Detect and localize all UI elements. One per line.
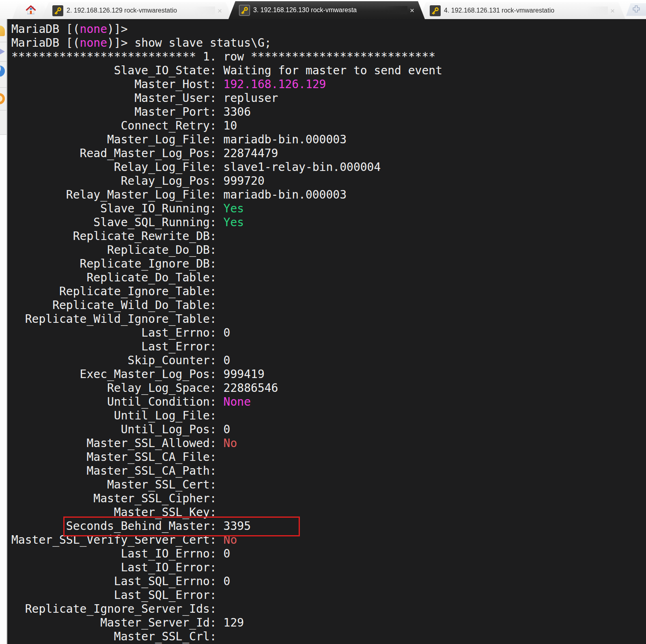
terminal-line: Master_SSL_Crl:	[11, 630, 646, 644]
tab-close-icon[interactable]: ×	[610, 7, 615, 15]
sidebar-icon-fragment-3[interactable]	[0, 65, 5, 77]
terminal-line: Read_Master_Log_Pos: 22874479	[11, 147, 646, 160]
plus-icon	[632, 4, 641, 15]
terminal-line: Master_SSL_Verify_Server_Cert: No	[11, 533, 646, 547]
terminal-line: Replicate_Do_Table:	[11, 271, 646, 285]
terminal-line: Relay_Master_Log_File: mariadb-bin.00000…	[11, 188, 646, 202]
sidebar-separator	[0, 134, 6, 135]
field-label: Exec_Master_Log_Pos:	[11, 367, 224, 381]
key-icon	[52, 5, 63, 16]
field-label: Master_Server_Id:	[11, 616, 224, 629]
tab-session-3[interactable]: 3. 192.168.126.130 rock-vmwaresta ×	[228, 1, 425, 19]
tab-title: 4. 192.168.126.131 rock-vmwarestatio	[444, 6, 608, 15]
field-label: Read_Master_Log_Pos:	[11, 147, 224, 160]
field-label: Replicate_Wild_Ignore_Table:	[11, 312, 224, 326]
field-label: Skip_Counter:	[11, 354, 224, 367]
terminal-line: Master_SSL_CA_File:	[11, 450, 646, 464]
field-value: 3306	[224, 105, 251, 119]
sidebar-separator	[0, 42, 6, 42]
terminal-line: Master_Port: 3306	[11, 105, 646, 119]
sidebar-icon-fragment-2[interactable]	[0, 46, 5, 57]
terminal-output[interactable]: MariaDB [(none)]>MariaDB [(none)]> show …	[7, 19, 646, 644]
field-label: Until_Log_Pos:	[11, 423, 224, 436]
field-value: None	[224, 395, 251, 408]
terminal-line: Slave_IO_State: Waiting for master to se…	[11, 64, 646, 78]
field-value: Yes	[224, 216, 244, 229]
terminal-line: Master_SSL_CA_Path:	[11, 464, 646, 478]
field-label: Replicate_Do_Table:	[11, 271, 224, 284]
field-label: Slave_SQL_Running:	[11, 216, 224, 229]
field-label: Last_Error:	[11, 340, 224, 353]
field-label: Replicate_Wild_Do_Table:	[11, 298, 224, 312]
terminal-line: Last_Errno: 0	[11, 326, 646, 340]
sidebar-icon-fragment-1[interactable]	[0, 26, 5, 36]
terminal-line: Master_User: repluser	[11, 91, 646, 105]
home-icon	[25, 4, 37, 17]
terminal-line: Replicate_Do_DB:	[11, 243, 646, 257]
field-label: Seconds_Behind_Master:	[11, 519, 224, 533]
field-label: Slave_IO_State:	[11, 64, 224, 77]
field-label: Master_SSL_Allowed:	[11, 437, 224, 450]
field-value: 999419	[224, 367, 265, 381]
field-value: 22874479	[224, 147, 278, 160]
field-value: 0	[224, 575, 230, 588]
tab-session-2[interactable]: 2. 192.168.126.129 rock-vmwarestatio ×	[42, 2, 233, 19]
tab-close-icon[interactable]: ×	[410, 6, 414, 14]
field-label: Until_Log_File:	[11, 409, 224, 422]
field-label: Master_SSL_Cipher:	[11, 492, 224, 505]
field-value: 999720	[224, 174, 265, 188]
sidebar-toolbar	[0, 19, 6, 135]
terminal-line: Master_SSL_Cert:	[11, 478, 646, 492]
terminal-line: Slave_IO_Running: Yes	[11, 202, 646, 216]
field-label: Master_SSL_Verify_Server_Cert:	[11, 533, 224, 547]
field-label: Replicate_Ignore_DB:	[11, 257, 224, 270]
field-label: Master_SSL_Key:	[11, 506, 224, 519]
terminal-line: Replicate_Wild_Do_Table:	[11, 298, 646, 312]
terminal-lines: MariaDB [(none)]>MariaDB [(none)]> show …	[11, 22, 646, 644]
tab-session-4[interactable]: 4. 192.168.126.131 rock-vmwarestatio ×	[419, 2, 625, 19]
field-label: Replicate_Rewrite_DB:	[11, 229, 224, 243]
terminal-line: Replicate_Ignore_DB:	[11, 257, 646, 271]
field-label: Last_IO_Error:	[11, 561, 224, 574]
field-label: Master_Port:	[11, 105, 224, 119]
main-area: MariaDB [(none)]>MariaDB [(none)]> show …	[0, 19, 646, 644]
terminal-line: Replicate_Ignore_Server_Ids:	[11, 602, 646, 616]
terminal-line: Connect_Retry: 10	[11, 119, 646, 133]
field-value: 0	[224, 326, 230, 339]
terminal-line: Skip_Counter: 0	[11, 354, 646, 367]
terminal-line: Replicate_Ignore_Table:	[11, 285, 646, 298]
field-value: 129	[224, 616, 244, 629]
sidebar-icon-fragment-4[interactable]	[0, 93, 5, 104]
terminal-line: Slave_SQL_Running: Yes	[11, 216, 646, 229]
terminal-line: Seconds_Behind_Master: 3395	[11, 519, 646, 533]
terminal-line: Master_SSL_Cipher:	[11, 492, 646, 506]
field-value: No	[224, 533, 237, 547]
field-label: Master_SSL_Crl:	[11, 630, 224, 643]
terminal-line: Until_Log_File:	[11, 409, 646, 423]
field-label: Relay_Log_File:	[11, 160, 224, 174]
field-value: 22886546	[224, 381, 278, 395]
terminal-line: Master_SSL_Key:	[11, 506, 646, 519]
new-tab-button[interactable]	[626, 3, 646, 16]
key-icon	[430, 5, 441, 16]
terminal-line: Master_Server_Id: 129	[11, 616, 646, 630]
field-label: Replicate_Ignore_Server_Ids:	[11, 602, 224, 616]
terminal-line: Relay_Log_Pos: 999720	[11, 174, 646, 188]
field-label: Master_Log_File:	[11, 133, 224, 146]
terminal-line: *************************** 1. row *****…	[11, 50, 646, 64]
field-label: Last_SQL_Errno:	[11, 575, 224, 588]
field-value: slave1-relay-bin.000004	[224, 160, 381, 174]
field-value: repluser	[224, 91, 278, 105]
field-label: Relay_Master_Log_File:	[11, 188, 224, 201]
tab-bar: 2. 192.168.126.129 rock-vmwarestatio × 3…	[0, 0, 646, 19]
terminal-line: MariaDB [(none)]>	[11, 22, 646, 36]
field-label: Replicate_Ignore_Table:	[11, 285, 224, 298]
field-value: No	[224, 437, 237, 450]
field-value: mariadb-bin.000003	[224, 133, 347, 146]
terminal-line: Last_IO_Errno: 0	[11, 547, 646, 561]
field-label: Master_Host:	[11, 78, 224, 91]
terminal-line: Last_Error:	[11, 340, 646, 354]
tab-close-icon[interactable]: ×	[217, 7, 222, 15]
sidebar-separator	[0, 110, 6, 110]
tab-title: 3. 192.168.126.130 rock-vmwaresta	[253, 6, 407, 14]
